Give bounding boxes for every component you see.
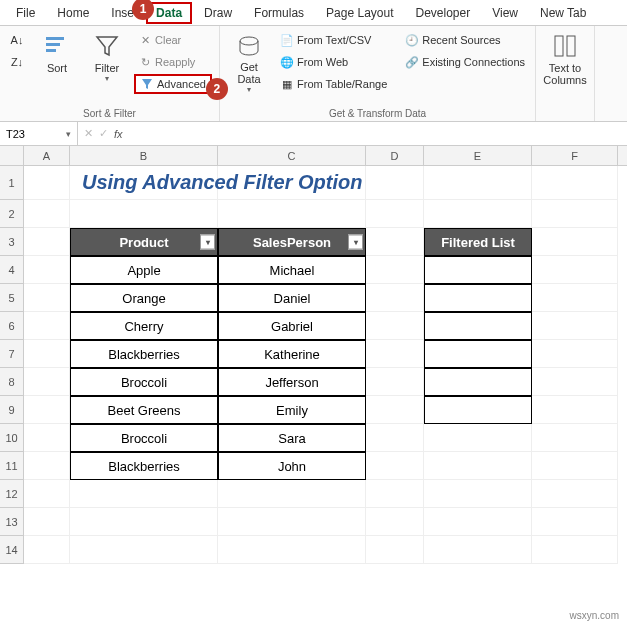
reapply-button[interactable]: ↻Reapply	[134, 52, 212, 72]
cell[interactable]	[24, 200, 70, 228]
cell[interactable]	[24, 396, 70, 424]
cell[interactable]	[532, 228, 618, 256]
cell[interactable]	[532, 312, 618, 340]
cell[interactable]	[24, 536, 70, 564]
cell[interactable]	[24, 424, 70, 452]
row-header[interactable]: 10	[0, 424, 24, 452]
cell[interactable]	[532, 508, 618, 536]
cell[interactable]	[24, 284, 70, 312]
col-header[interactable]: E	[424, 146, 532, 165]
cell[interactable]	[532, 396, 618, 424]
row-header[interactable]: 3	[0, 228, 24, 256]
cell[interactable]: Beet Greens	[70, 396, 218, 424]
sort-az-button[interactable]: A↓	[6, 30, 28, 50]
cell[interactable]	[424, 200, 532, 228]
cell[interactable]	[70, 200, 218, 228]
row-header[interactable]: 5	[0, 284, 24, 312]
cell[interactable]	[532, 340, 618, 368]
tab-new[interactable]: New Tab	[530, 2, 596, 24]
tab-draw[interactable]: Draw	[194, 2, 242, 24]
cell[interactable]	[366, 284, 424, 312]
from-text-button[interactable]: 📄From Text/CSV	[276, 30, 391, 50]
col-header[interactable]: D	[366, 146, 424, 165]
cell[interactable]	[24, 340, 70, 368]
cell[interactable]	[424, 166, 532, 200]
cell[interactable]	[24, 368, 70, 396]
cell[interactable]	[366, 396, 424, 424]
cell[interactable]	[366, 480, 424, 508]
filter-button[interactable]: Filter ▾	[84, 30, 130, 96]
cell[interactable]	[424, 396, 532, 424]
cell[interactable]	[24, 256, 70, 284]
filter-dropdown-icon[interactable]: ▾	[200, 235, 215, 250]
cell[interactable]	[218, 480, 366, 508]
col-header[interactable]: A	[24, 146, 70, 165]
cell[interactable]	[24, 508, 70, 536]
cell[interactable]	[424, 424, 532, 452]
text-to-columns-button[interactable]: Text to Columns	[542, 30, 588, 96]
cell[interactable]	[424, 312, 532, 340]
row-header[interactable]: 12	[0, 480, 24, 508]
cell[interactable]	[532, 368, 618, 396]
cell[interactable]: Daniel	[218, 284, 366, 312]
tab-page-layout[interactable]: Page Layout	[316, 2, 403, 24]
cell[interactable]	[424, 340, 532, 368]
clear-button[interactable]: ✕Clear	[134, 30, 212, 50]
cell[interactable]	[532, 256, 618, 284]
cell[interactable]	[424, 480, 532, 508]
advanced-button[interactable]: Advanced	[134, 74, 212, 94]
cell[interactable]	[366, 256, 424, 284]
row-header[interactable]: 13	[0, 508, 24, 536]
cell[interactable]	[366, 424, 424, 452]
cell[interactable]	[532, 424, 618, 452]
cell[interactable]: Jefferson	[218, 368, 366, 396]
cell[interactable]	[218, 200, 366, 228]
tab-view[interactable]: View	[482, 2, 528, 24]
cell[interactable]	[366, 508, 424, 536]
cell[interactable]	[366, 340, 424, 368]
tab-home[interactable]: Home	[47, 2, 99, 24]
cell[interactable]	[70, 536, 218, 564]
row-header[interactable]: 9	[0, 396, 24, 424]
cell[interactable]: Emily	[218, 396, 366, 424]
select-all-corner[interactable]	[0, 146, 24, 165]
cell[interactable]	[424, 256, 532, 284]
cell[interactable]: Broccoli	[70, 424, 218, 452]
row-header[interactable]: 7	[0, 340, 24, 368]
cell[interactable]	[532, 200, 618, 228]
cell[interactable]: Using Advanced Filter Option	[70, 166, 218, 200]
get-data-button[interactable]: Get Data ▾	[226, 30, 272, 96]
cell[interactable]	[218, 536, 366, 564]
cell[interactable]: Blackberries	[70, 452, 218, 480]
cell[interactable]: Apple	[70, 256, 218, 284]
row-header[interactable]: 11	[0, 452, 24, 480]
cell[interactable]: SalesPerson▾	[218, 228, 366, 256]
cell[interactable]: Cherry	[70, 312, 218, 340]
col-header[interactable]: B	[70, 146, 218, 165]
cell[interactable]	[366, 368, 424, 396]
row-header[interactable]: 1	[0, 166, 24, 200]
from-web-button[interactable]: 🌐From Web	[276, 52, 391, 72]
cell[interactable]	[366, 536, 424, 564]
row-header[interactable]: 8	[0, 368, 24, 396]
cell[interactable]	[366, 228, 424, 256]
cell[interactable]	[532, 536, 618, 564]
cell[interactable]	[70, 480, 218, 508]
cell[interactable]	[218, 508, 366, 536]
cell[interactable]	[532, 480, 618, 508]
cell[interactable]	[532, 284, 618, 312]
cell[interactable]	[70, 508, 218, 536]
cell[interactable]	[532, 452, 618, 480]
cell[interactable]	[424, 284, 532, 312]
cell[interactable]	[424, 452, 532, 480]
recent-button[interactable]: 🕘Recent Sources	[401, 30, 529, 50]
cell[interactable]: Katherine	[218, 340, 366, 368]
cell[interactable]	[366, 200, 424, 228]
cell[interactable]	[24, 452, 70, 480]
cell[interactable]: Sara	[218, 424, 366, 452]
from-table-button[interactable]: ▦From Table/Range	[276, 74, 391, 94]
cell[interactable]	[24, 228, 70, 256]
cell[interactable]	[424, 508, 532, 536]
existing-button[interactable]: 🔗Existing Connections	[401, 52, 529, 72]
row-header[interactable]: 4	[0, 256, 24, 284]
